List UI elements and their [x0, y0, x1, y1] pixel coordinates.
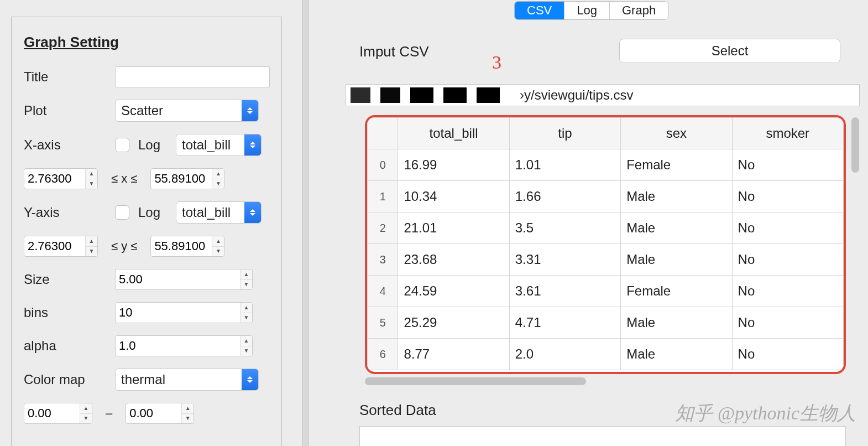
table-cell[interactable]: 25.29	[398, 307, 509, 339]
redacted-path-icon	[351, 87, 516, 103]
chevron-updown-icon	[244, 202, 261, 223]
colormap-label: Color map	[24, 372, 109, 387]
xmin-stepper[interactable]: ▲▼	[24, 168, 98, 189]
table-cell[interactable]: Female	[621, 276, 732, 307]
input-csv-label: Imput CSV	[359, 43, 429, 60]
csv-preview-table: total_bill tip sex smoker 016.991.01Fema…	[365, 115, 846, 374]
table-row[interactable]: 110.341.66MaleNo	[368, 181, 844, 212]
bins-label: bins	[24, 305, 109, 320]
table-cell[interactable]: Male	[621, 212, 732, 244]
tab-csv[interactable]: CSV	[515, 2, 564, 19]
table-cell[interactable]: 1.66	[509, 181, 620, 212]
table-cell[interactable]: No	[732, 149, 843, 181]
row-index: 3	[368, 244, 398, 276]
table-cell[interactable]: No	[732, 212, 843, 244]
y-range-text: ≤ y ≤	[111, 239, 137, 253]
table-cell[interactable]: No	[732, 244, 843, 276]
size-label: Size	[24, 272, 109, 287]
graph-settings-panel: Graph Setting Title Plot Scatter X-axis …	[11, 17, 282, 446]
col-header[interactable]	[368, 118, 398, 149]
select-file-button[interactable]: Select	[619, 39, 840, 63]
plot-select-value: Scatter	[121, 103, 242, 118]
table-cell[interactable]: 3.61	[509, 276, 620, 307]
bins-stepper[interactable]: ▲▼	[115, 302, 253, 323]
table-cell[interactable]: 3.5	[509, 212, 620, 244]
size-stepper[interactable]: ▲▼	[115, 269, 253, 290]
row-index: 6	[368, 339, 398, 370]
table-cell[interactable]: 1.01	[509, 149, 620, 181]
yaxis-label: Y-axis	[24, 205, 109, 220]
col-header[interactable]: sex	[621, 118, 732, 149]
chevron-updown-icon	[244, 134, 261, 155]
table-row[interactable]: 424.593.61FemaleNo	[368, 276, 844, 307]
xaxis-log-label: Log	[138, 137, 160, 153]
table-cell[interactable]: Male	[621, 339, 732, 370]
table-cell[interactable]: 4.71	[509, 307, 620, 339]
xaxis-column-select[interactable]: total_bill	[176, 134, 262, 156]
table-vertical-scrollbar[interactable]	[851, 117, 859, 173]
table-cell[interactable]: Male	[621, 244, 732, 276]
title-input[interactable]	[115, 66, 270, 87]
table-row[interactable]: 221.013.5MaleNo	[368, 212, 844, 244]
table-cell[interactable]: Female	[621, 149, 732, 181]
csv-path-suffix: ›y/sviewgui/tips.csv	[520, 87, 633, 103]
chevron-updown-icon	[242, 100, 258, 121]
row-index: 5	[368, 307, 398, 339]
table-cell[interactable]: 8.77	[398, 339, 509, 370]
col-header[interactable]: smoker	[732, 118, 843, 149]
chevron-updown-icon	[242, 369, 258, 390]
table-header-row: total_bill tip sex smoker	[368, 118, 844, 149]
table-cell[interactable]: Male	[621, 181, 732, 212]
table-cell[interactable]: 23.68	[398, 244, 509, 276]
table-row[interactable]: 68.772.0MaleNo	[368, 339, 844, 370]
table-cell[interactable]: No	[732, 307, 843, 339]
sorted-data-area	[359, 426, 846, 446]
row-index: 0	[368, 149, 398, 181]
cmap-min-stepper[interactable]: ▲▼	[24, 403, 92, 424]
plot-select[interactable]: Scatter	[115, 100, 259, 122]
colormap-select[interactable]: thermal	[115, 369, 259, 391]
table-cell[interactable]: No	[732, 339, 843, 370]
table-row[interactable]: 323.683.31MaleNo	[368, 244, 844, 276]
plot-label: Plot	[24, 103, 109, 118]
col-header[interactable]: tip	[509, 118, 620, 149]
scrollbar-thumb[interactable]	[365, 377, 586, 385]
table-cell[interactable]: 16.99	[398, 149, 509, 181]
table-cell[interactable]: 24.59	[398, 276, 509, 307]
row-index: 1	[368, 181, 398, 212]
table-cell[interactable]: 3.31	[509, 244, 620, 276]
csv-path-input[interactable]: ›y/sviewgui/tips.csv	[346, 84, 860, 106]
row-index: 2	[368, 212, 398, 244]
annotation-number: 3	[492, 52, 501, 73]
xmax-stepper[interactable]: ▲▼	[150, 168, 224, 189]
graph-settings-heading: Graph Setting	[24, 34, 271, 51]
table-cell[interactable]: 21.01	[398, 212, 509, 244]
table-row[interactable]: 525.294.71MaleNo	[368, 307, 844, 339]
ymin-stepper[interactable]: ▲▼	[24, 236, 98, 257]
xaxis-log-checkbox[interactable]	[115, 138, 129, 152]
table-cell[interactable]: No	[732, 276, 843, 307]
ymax-stepper[interactable]: ▲▼	[150, 236, 224, 257]
table-horizontal-scrollbar[interactable]	[365, 376, 846, 386]
yaxis-log-label: Log	[138, 205, 160, 220]
right-panel: CSV Log Graph Imput CSV 3 Select ›y/svie…	[310, 0, 868, 446]
xaxis-label: X-axis	[24, 137, 109, 153]
table-cell[interactable]: 10.34	[398, 181, 509, 212]
yaxis-column-select[interactable]: total_bill	[176, 201, 262, 224]
table-cell[interactable]: Male	[621, 307, 732, 339]
cmap-max-stepper[interactable]: ▲▼	[126, 403, 194, 424]
tab-log[interactable]: Log	[564, 2, 610, 19]
table-cell[interactable]: No	[732, 181, 843, 212]
table-cell[interactable]: 2.0	[509, 339, 620, 370]
cmap-range-dash: –	[106, 406, 112, 421]
vertical-divider[interactable]	[302, 0, 308, 446]
x-range-text: ≤ x ≤	[111, 172, 137, 186]
tab-graph[interactable]: Graph	[610, 2, 668, 19]
view-tabs: CSV Log Graph	[514, 1, 668, 20]
sorted-data-label: Sorted Data	[359, 402, 436, 419]
col-header[interactable]: total_bill	[398, 118, 509, 149]
table-row[interactable]: 016.991.01FemaleNo	[368, 149, 844, 181]
row-index: 4	[368, 276, 398, 307]
yaxis-log-checkbox[interactable]	[115, 205, 129, 220]
alpha-stepper[interactable]: ▲▼	[115, 335, 253, 356]
